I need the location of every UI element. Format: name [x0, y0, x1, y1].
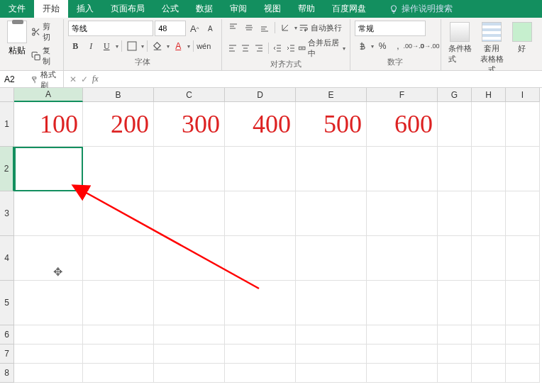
underline-button[interactable]: U	[99, 39, 114, 53]
orientation-button[interactable]	[278, 21, 292, 35]
col-header-F[interactable]: F	[367, 88, 438, 102]
percent-button[interactable]: %	[375, 39, 389, 53]
align-right-button[interactable]	[253, 41, 265, 55]
cell-B6[interactable]	[83, 325, 154, 345]
cell-G5[interactable]	[438, 281, 472, 325]
col-header-G[interactable]: G	[438, 88, 472, 102]
cell-D6[interactable]	[225, 325, 296, 345]
cell-C5[interactable]	[154, 281, 225, 325]
wrap-text-button[interactable]: 自动换行	[299, 23, 342, 33]
col-header-D[interactable]: D	[225, 88, 296, 102]
col-header-B[interactable]: B	[83, 88, 154, 102]
tab-review[interactable]: 审阅	[221, 0, 255, 18]
tell-me-search[interactable]: 操作说明搜索	[389, 3, 453, 15]
cell-D1[interactable]: 400	[225, 102, 296, 147]
cell-F5[interactable]	[367, 281, 438, 325]
col-header-H[interactable]: H	[472, 88, 506, 102]
cell-C4[interactable]	[154, 236, 225, 281]
cell-D5[interactable]	[225, 281, 296, 325]
align-top-button[interactable]	[226, 21, 240, 35]
fill-color-button[interactable]	[150, 39, 165, 53]
cell-D4[interactable]	[225, 236, 296, 281]
cell-H2[interactable]	[472, 147, 506, 191]
good-style-button[interactable]: 好	[509, 21, 535, 55]
decrease-font-button[interactable]: A	[203, 21, 217, 35]
cell-G1[interactable]	[438, 102, 472, 147]
cell-B4[interactable]	[83, 236, 154, 281]
cell-C3[interactable]	[154, 191, 225, 236]
cell-F1[interactable]: 600	[367, 102, 438, 147]
row-header-6[interactable]: 6	[0, 325, 14, 345]
cell-C8[interactable]	[154, 364, 225, 383]
chevron-down-icon[interactable]: ▾	[167, 43, 170, 50]
cell-H5[interactable]	[472, 281, 506, 325]
decrease-decimal-button[interactable]: .0→.00	[422, 39, 436, 53]
col-header-E[interactable]: E	[296, 88, 367, 102]
cell-H3[interactable]	[472, 191, 506, 236]
align-left-button[interactable]	[226, 41, 238, 55]
cell-F6[interactable]	[367, 325, 438, 345]
conditional-format-button[interactable]: 条件格式	[446, 21, 475, 66]
cut-button[interactable]: 剪切	[30, 21, 59, 43]
cell-A2[interactable]	[14, 147, 83, 191]
cell-F3[interactable]	[367, 191, 438, 236]
cell-H8[interactable]	[472, 364, 506, 383]
cell-G6[interactable]	[438, 325, 472, 345]
cell-A1[interactable]: 100	[14, 102, 83, 147]
font-size-select[interactable]	[155, 21, 186, 36]
increase-font-button[interactable]: A^	[187, 21, 201, 35]
paste-button[interactable]: 粘贴	[7, 21, 27, 57]
chevron-down-icon[interactable]: ▾	[294, 25, 297, 31]
cell-B2[interactable]	[83, 147, 154, 191]
cell-A4[interactable]	[14, 236, 83, 281]
italic-button[interactable]: I	[84, 39, 98, 53]
currency-button[interactable]	[355, 39, 369, 53]
cell-F8[interactable]	[367, 364, 438, 383]
cell-G7[interactable]	[438, 345, 472, 364]
cell-G4[interactable]	[438, 236, 472, 281]
cell-I3[interactable]	[506, 191, 540, 236]
tab-formula[interactable]: 公式	[153, 0, 187, 18]
cell-B7[interactable]	[83, 345, 154, 364]
accept-formula-button[interactable]: ✓	[81, 74, 88, 84]
cell-H6[interactable]	[472, 325, 506, 345]
cell-D8[interactable]	[225, 364, 296, 383]
cell-I1[interactable]	[506, 102, 540, 147]
cell-I7[interactable]	[506, 345, 540, 364]
cell-C7[interactable]	[154, 345, 225, 364]
cell-A6[interactable]	[14, 325, 83, 345]
cell-B5[interactable]	[83, 281, 154, 325]
col-header-I[interactable]: I	[506, 88, 540, 102]
align-middle-button[interactable]	[242, 21, 256, 35]
cell-G2[interactable]	[438, 147, 472, 191]
cell-D7[interactable]	[225, 345, 296, 364]
bold-button[interactable]: B	[68, 39, 82, 53]
name-box[interactable]: A2	[0, 71, 64, 87]
row-header-1[interactable]: 1	[0, 102, 14, 147]
cell-E3[interactable]	[296, 191, 367, 236]
tab-insert[interactable]: 插入	[68, 0, 102, 18]
cancel-formula-button[interactable]: ✕	[70, 74, 77, 84]
tab-help[interactable]: 帮助	[289, 0, 323, 18]
row-header-8[interactable]: 8	[0, 364, 14, 383]
phonetic-button[interactable]: wén	[197, 39, 211, 53]
tab-layout[interactable]: 页面布局	[102, 0, 153, 18]
tab-baidu[interactable]: 百度网盘	[323, 0, 375, 18]
tab-view[interactable]: 视图	[255, 0, 289, 18]
cell-D2[interactable]	[225, 147, 296, 191]
decrease-indent-button[interactable]	[271, 41, 283, 55]
align-bottom-button[interactable]	[258, 21, 272, 35]
col-header-A[interactable]: A	[14, 88, 83, 102]
chevron-down-icon[interactable]: ▾	[187, 43, 190, 50]
cell-A3[interactable]	[14, 191, 83, 236]
cell-E5[interactable]	[296, 281, 367, 325]
cell-I4[interactable]	[506, 236, 540, 281]
cell-C2[interactable]	[154, 147, 225, 191]
tab-home[interactable]: 开始	[34, 0, 68, 18]
cell-C6[interactable]	[154, 325, 225, 345]
chevron-down-icon[interactable]: ▾	[371, 43, 374, 50]
cell-F7[interactable]	[367, 345, 438, 364]
cell-I8[interactable]	[506, 364, 540, 383]
cell-H4[interactable]	[472, 236, 506, 281]
font-color-button[interactable]: A	[171, 39, 185, 53]
